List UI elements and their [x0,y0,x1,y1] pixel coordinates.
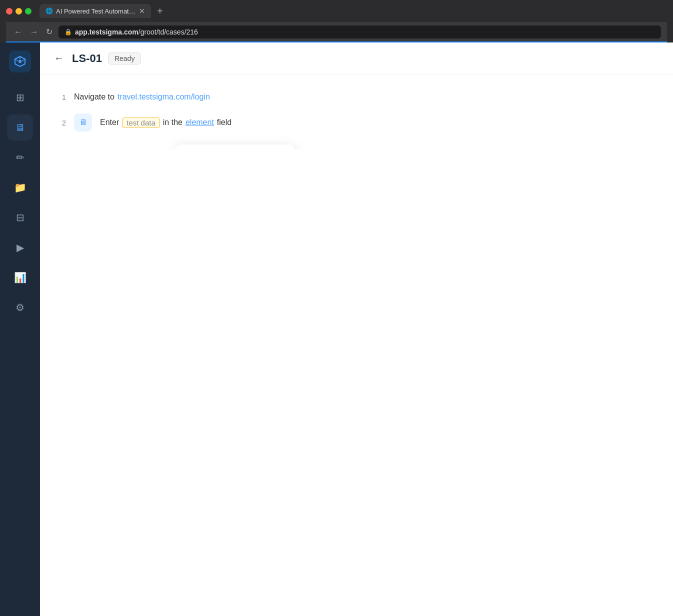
back-nav-button[interactable]: ← [12,26,24,38]
sidebar-item-edit[interactable]: ✏ [7,144,33,170]
chart-icon: 📊 [14,272,26,284]
dropdown-menu: Plain Text ✓ @ Parameter 👆 $ [175,144,295,150]
pencil-icon: ✏ [16,152,24,164]
close-button[interactable] [6,8,12,14]
sidebar-item-runs[interactable]: ▶ [7,234,33,260]
step2-inthe: in the [163,118,182,127]
address-bar[interactable]: 🔒 app.testsigma.com/groot/td/cases/216 [58,26,661,38]
reload-button[interactable]: ↻ [44,25,54,38]
app-layout: ⊞ 🖥 ✏ 📁 ⊟ ▶ 📊 ⚙ ← LS-01 Ready [0,42,673,616]
step-icon-2: 🖥 [79,118,87,127]
sidebar-item-modules[interactable]: ⊟ [7,204,33,230]
page-title: LS-01 [72,52,102,65]
sidebar-item-settings[interactable]: ⚙ [7,294,33,320]
step-text-2: Enter test data in the element field [100,118,232,128]
step1-link[interactable]: travel.testsigma.com/login [118,92,210,102]
step2-field: field [217,118,232,127]
test-data-badge[interactable]: test data [122,118,160,128]
sidebar: ⊞ 🖥 ✏ 📁 ⊟ ▶ 📊 ⚙ [0,42,40,616]
step2-element-link[interactable]: element [186,118,214,127]
step-icon-box-2: 🖥 [74,114,92,132]
url-text: app.testsigma.com/groot/td/cases/216 [75,28,198,36]
new-tab-button[interactable]: + [153,6,167,17]
maximize-button[interactable] [25,8,32,14]
tab-title: AI Powered Test Automation Pl [56,8,136,15]
lock-icon: 🔒 [64,28,72,36]
step-number-1: 1 [56,93,66,102]
logo-icon [13,54,27,68]
step-row-1: 1 Navigate to travel.testsigma.com/login [56,86,657,108]
logo[interactable] [9,50,31,72]
sidebar-item-dashboard[interactable]: ⊞ [7,84,33,110]
minimize-button[interactable] [16,8,22,14]
grid-icon: ⊞ [16,92,24,104]
step2-enter: Enter [100,118,119,127]
active-tab[interactable]: 🌐 AI Powered Test Automation Pl ✕ [40,4,151,18]
step-number-2: 2 [56,118,66,127]
svg-point-0 [18,60,22,63]
sidebar-item-reports[interactable]: 📊 [7,264,33,290]
monitor-icon: 🖥 [15,122,25,134]
back-button[interactable]: ← [52,50,66,66]
modules-icon: ⊟ [16,212,24,224]
gear-icon: ⚙ [16,302,24,314]
main-content: ← LS-01 Ready 1 Navigate to travel.tests… [40,42,673,616]
browser-toolbar: ← → ↻ 🔒 app.testsigma.com/groot/td/cases… [6,22,667,42]
window-controls [6,8,32,14]
steps-container: 1 Navigate to travel.testsigma.com/login… [40,74,673,150]
tab-close-icon[interactable]: ✕ [139,7,145,15]
sidebar-item-testcases[interactable]: 🖥 [7,114,33,140]
step1-keyword: Navigate to [74,92,114,102]
forward-nav-button[interactable]: → [28,26,40,38]
url-path: /groot/td/cases/216 [138,28,198,36]
step-text-1: Navigate to travel.testsigma.com/login [74,92,210,102]
status-badge: Ready [108,52,141,64]
sidebar-item-files[interactable]: 📁 [7,174,33,200]
browser-chrome: 🌐 AI Powered Test Automation Pl ✕ + ← → … [0,0,673,42]
url-domain: app.testsigma.com [75,28,138,36]
browser-tabs: 🌐 AI Powered Test Automation Pl ✕ + [6,4,667,18]
dropdown-overlay: Plain Text ✓ @ Parameter 👆 $ [175,144,295,150]
play-icon: ▶ [16,242,24,254]
step-row-2: 2 🖥 Enter test data in the element field [56,108,657,138]
tab-icon: 🌐 [46,8,53,14]
page-header: ← LS-01 Ready [40,42,673,74]
folder-icon: 📁 [14,182,26,194]
